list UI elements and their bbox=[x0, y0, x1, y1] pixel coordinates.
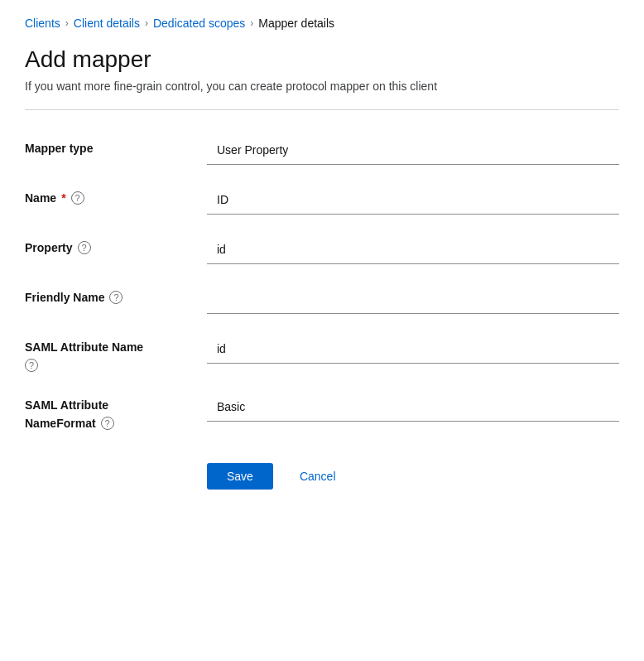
divider bbox=[25, 109, 619, 110]
saml-attribute-nameformat-label: SAML Attribute NameFormat ? bbox=[25, 392, 207, 430]
page-title: Add mapper bbox=[25, 46, 619, 73]
breadcrumb: Clients › Client details › Dedicated sco… bbox=[25, 17, 619, 30]
name-row: Name * ? bbox=[25, 185, 619, 215]
mapper-type-label: Mapper type bbox=[25, 135, 207, 155]
property-help-icon[interactable]: ? bbox=[78, 241, 91, 254]
property-row: Property ? bbox=[25, 234, 619, 264]
property-label: Property ? bbox=[25, 234, 207, 254]
friendly-name-help-icon[interactable]: ? bbox=[109, 291, 123, 304]
friendly-name-input[interactable] bbox=[207, 284, 619, 314]
saml-attribute-nameformat-input[interactable] bbox=[207, 392, 619, 422]
name-help-icon[interactable]: ? bbox=[71, 191, 84, 205]
breadcrumb-client-details[interactable]: Client details bbox=[74, 17, 140, 30]
form-actions: Save Cancel bbox=[25, 463, 619, 490]
breadcrumb-separator-2: › bbox=[145, 17, 148, 29]
property-input[interactable] bbox=[207, 234, 619, 264]
page-subtitle: If you want more fine-grain control, you… bbox=[25, 80, 619, 93]
saml-attribute-name-row: SAML Attribute Name ? bbox=[25, 334, 619, 372]
saml-attribute-name-help-icon[interactable]: ? bbox=[25, 359, 38, 372]
saml-attribute-name-input[interactable] bbox=[207, 334, 619, 364]
breadcrumb-separator-3: › bbox=[250, 17, 253, 29]
breadcrumb-mapper-details: Mapper details bbox=[258, 17, 334, 30]
cancel-button[interactable]: Cancel bbox=[286, 463, 349, 490]
mapper-form: Mapper type Name * ? Property ? Friendly… bbox=[25, 135, 619, 430]
saml-attribute-name-field bbox=[207, 334, 619, 364]
name-field bbox=[207, 185, 619, 215]
breadcrumb-separator-1: › bbox=[65, 17, 69, 29]
saml-attribute-name-label: SAML Attribute Name ? bbox=[25, 334, 207, 372]
mapper-type-input[interactable] bbox=[207, 135, 619, 165]
friendly-name-row: Friendly Name ? bbox=[25, 284, 619, 314]
friendly-name-field bbox=[207, 284, 619, 314]
mapper-type-row: Mapper type bbox=[25, 135, 619, 165]
save-button[interactable]: Save bbox=[207, 463, 273, 490]
saml-attribute-nameformat-field bbox=[207, 392, 619, 422]
saml-attribute-nameformat-row: SAML Attribute NameFormat ? bbox=[25, 392, 619, 430]
property-field bbox=[207, 234, 619, 264]
mapper-type-field bbox=[207, 135, 619, 165]
saml-nameformat-help-icon[interactable]: ? bbox=[101, 417, 114, 430]
breadcrumb-dedicated-scopes[interactable]: Dedicated scopes bbox=[153, 17, 245, 30]
name-required-star: * bbox=[61, 191, 65, 205]
name-label: Name * ? bbox=[25, 185, 207, 205]
name-input[interactable] bbox=[207, 185, 619, 215]
breadcrumb-clients[interactable]: Clients bbox=[25, 17, 60, 30]
friendly-name-label: Friendly Name ? bbox=[25, 284, 207, 304]
